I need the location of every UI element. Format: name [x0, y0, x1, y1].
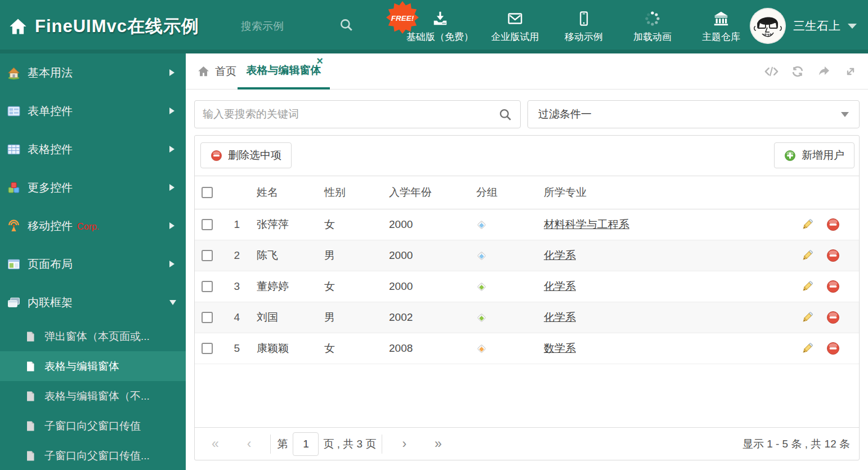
- edit-icon[interactable]: [800, 311, 814, 324]
- row-checkbox[interactable]: [202, 219, 213, 230]
- sidebar-item-iframe[interactable]: 内联框架: [0, 283, 186, 321]
- delete-icon[interactable]: [826, 280, 840, 293]
- cell-name: 刘国: [257, 310, 324, 325]
- sidebar-subitem-label: 弹出窗体（本页面或...: [44, 329, 150, 344]
- delete-icon[interactable]: [826, 342, 840, 355]
- cell-year: 2000: [389, 218, 476, 231]
- delete-icon[interactable]: [826, 218, 840, 231]
- chevron-right-icon: [169, 222, 175, 229]
- cubes-icon: [7, 181, 21, 195]
- table-row: 2 陈飞 男 2000 化学系: [195, 240, 859, 271]
- grid-toolbar: 删除选中项 新增用户: [195, 136, 859, 176]
- chevron-down-icon: [169, 300, 176, 305]
- app-window: FineUIMvc在线示例 FREE! 基础版（免费） 企业版试用: [0, 0, 868, 470]
- cell-gender: 男: [324, 248, 389, 263]
- row-number: 4: [220, 311, 248, 324]
- page-suffix: 页 , 共 3 页: [323, 437, 376, 451]
- cell-gender: 女: [324, 217, 389, 232]
- cell-name: 康颖颖: [257, 341, 324, 356]
- home-icon[interactable]: [8, 16, 28, 37]
- sidebar-item-grid-controls[interactable]: 表格控件: [0, 130, 186, 168]
- row-number: 2: [220, 249, 248, 262]
- pagination-summary: 显示 1 - 5 条 , 共 12 条: [742, 437, 850, 451]
- cell-name: 陈飞: [257, 248, 324, 263]
- sidebar-subitem-child-to-parent-2[interactable]: 子窗口向父窗口传值...: [0, 441, 186, 470]
- pager-divider: [382, 435, 382, 454]
- app-title: FineUIMvc在线示例: [35, 15, 199, 38]
- nav-mobile-examples[interactable]: 移动示例: [557, 10, 611, 43]
- sidebar-item-form-controls[interactable]: 表单控件: [0, 92, 186, 130]
- delete-icon[interactable]: [826, 311, 840, 324]
- tag-icon: [476, 220, 487, 230]
- row-checkbox[interactable]: [202, 250, 213, 261]
- table-icon: [7, 142, 21, 156]
- add-user-button[interactable]: 新增用户: [774, 142, 854, 168]
- delete-icon[interactable]: [826, 249, 840, 262]
- cell-name: 董婷婷: [257, 279, 324, 294]
- grid-panel: 删除选中项 新增用户 姓名 性别 入学年份 分组 所学专业: [194, 135, 860, 460]
- main-content: 首页 表格与编辑窗体 ×: [186, 53, 868, 470]
- caret-down-icon: [848, 24, 857, 29]
- edit-icon[interactable]: [800, 280, 814, 293]
- tag-icon: [476, 343, 487, 354]
- major-link[interactable]: 化学系: [544, 311, 576, 323]
- row-checkbox[interactable]: [202, 343, 213, 354]
- column-header-group: 分组: [476, 185, 544, 200]
- first-page-icon[interactable]: «: [212, 437, 219, 450]
- user-menu[interactable]: 三生石上: [750, 8, 857, 44]
- edit-icon[interactable]: [800, 249, 814, 262]
- major-link[interactable]: 材料科学与工程系: [544, 218, 629, 230]
- download-icon: [431, 10, 449, 27]
- refresh-icon[interactable]: [791, 65, 805, 78]
- nav-theme-store[interactable]: 主题仓库: [694, 10, 748, 43]
- sidebar-item-mobile-controls[interactable]: 移动控件 Corp.: [0, 207, 186, 245]
- major-link[interactable]: 化学系: [544, 280, 576, 292]
- expand-icon[interactable]: [844, 65, 858, 78]
- keyword-search-box: [194, 100, 521, 128]
- sidebar-subitem-grid-edit-window[interactable]: 表格与编辑窗体: [0, 351, 186, 381]
- chevron-right-icon: [169, 184, 175, 191]
- search-icon[interactable]: [339, 17, 354, 32]
- delete-selected-button[interactable]: 删除选中项: [200, 142, 292, 168]
- minus-circle-icon: [211, 150, 222, 162]
- share-icon[interactable]: [817, 65, 831, 78]
- row-checkbox[interactable]: [202, 281, 213, 292]
- prev-page-icon[interactable]: ‹: [247, 437, 252, 450]
- free-badge: FREE!: [386, 1, 419, 34]
- major-link[interactable]: 化学系: [544, 249, 576, 261]
- cell-year: 2000: [389, 280, 476, 293]
- header-search-input[interactable]: [241, 17, 334, 36]
- edit-icon[interactable]: [800, 342, 814, 355]
- last-page-icon[interactable]: »: [435, 437, 442, 450]
- select-all-checkbox[interactable]: [202, 187, 213, 198]
- next-page-icon[interactable]: ›: [402, 437, 406, 450]
- tab-grid-edit-window[interactable]: 表格与编辑窗体 ×: [238, 53, 330, 89]
- tag-icon: [476, 250, 487, 261]
- sidebar-item-more-controls[interactable]: 更多控件: [0, 168, 186, 207]
- keyword-search-input[interactable]: [203, 108, 498, 120]
- avatar: [750, 8, 786, 44]
- tab-bar: 首页 表格与编辑窗体 ×: [186, 53, 868, 89]
- sidebar-item-page-layout[interactable]: 页面布局: [0, 245, 186, 283]
- row-checkbox[interactable]: [202, 312, 213, 323]
- search-icon[interactable]: [498, 108, 512, 122]
- sidebar-subitem-grid-edit-window-2[interactable]: 表格与编辑窗体（不...: [0, 381, 186, 411]
- close-icon[interactable]: ×: [316, 55, 323, 66]
- cell-gender: 女: [324, 279, 389, 294]
- plus-circle-icon: [784, 150, 796, 162]
- sidebar-subitem-child-to-parent[interactable]: 子窗口向父窗口传值: [0, 411, 186, 441]
- nav-enterprise-trial[interactable]: 企业版试用: [488, 10, 542, 43]
- edit-icon[interactable]: [800, 218, 814, 231]
- sidebar-item-basic-usage[interactable]: 基本用法: [0, 53, 186, 92]
- page-number-input[interactable]: [293, 432, 319, 456]
- source-code-icon[interactable]: [764, 65, 778, 78]
- major-link[interactable]: 数学系: [544, 342, 576, 354]
- nav-loading-animations[interactable]: 加载动画: [625, 10, 679, 43]
- file-icon: [25, 361, 36, 372]
- tab-home[interactable]: 首页: [197, 53, 236, 89]
- filter-dropdown[interactable]: 过滤条件一: [527, 100, 860, 128]
- table-row: 1 张萍萍 女 2000 材料科学与工程系: [195, 209, 859, 240]
- sidebar-subitem-popup-window[interactable]: 弹出窗体（本页面或...: [0, 321, 186, 351]
- sidebar-subitem-label: 表格与编辑窗体: [44, 359, 119, 374]
- chevron-right-icon: [169, 108, 175, 114]
